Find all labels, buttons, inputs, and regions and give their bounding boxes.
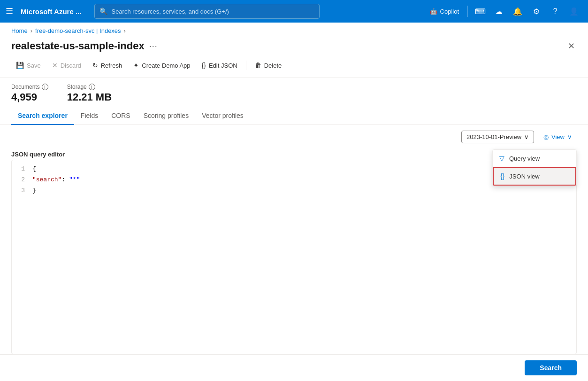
notification-icon-btn[interactable]: 🔔 <box>509 3 526 20</box>
bottom-bar: Search <box>0 354 588 381</box>
tab-search-explorer[interactable]: Search explorer <box>11 107 74 125</box>
settings-icon-btn[interactable]: ⚙ <box>528 3 545 20</box>
page-title-row: realestate-us-sample-index ··· <box>11 40 158 52</box>
tab-vector-profiles[interactable]: Vector profiles <box>195 107 250 125</box>
documents-stat: Documents i 4,959 <box>11 84 48 103</box>
json-view-option[interactable]: {} JSON view <box>493 167 576 186</box>
save-icon: 💾 <box>16 62 24 69</box>
storage-value: 12.21 MB <box>67 91 112 103</box>
tabs: Search explorer Fields CORS Scoring prof… <box>0 107 588 125</box>
page-title: realestate-us-sample-index <box>11 40 145 52</box>
discard-icon: ✕ <box>52 62 58 69</box>
json-view-label: JSON view <box>509 173 539 180</box>
json-editor[interactable]: 1 { 2 "search": "*" 3 } <box>11 160 577 354</box>
help-icon-btn[interactable]: ? <box>547 3 564 20</box>
edit-json-button[interactable]: {} Edit JSON <box>197 59 242 72</box>
global-search[interactable]: 🔍 <box>94 4 320 19</box>
storage-stat: Storage i 12.21 MB <box>67 84 112 103</box>
documents-label: Documents i <box>11 84 48 90</box>
refresh-icon: ↻ <box>92 62 98 69</box>
version-select[interactable]: 2023-10-01-Preview ∨ <box>461 131 534 143</box>
line-number-2: 2 <box>17 175 32 185</box>
search-icon: 🔍 <box>99 8 107 15</box>
copilot-icon: 🤖 <box>430 8 437 15</box>
view-chevron-icon: ∨ <box>567 133 572 140</box>
save-button[interactable]: 💾 Save <box>11 59 46 72</box>
app-title: Microsoft Azure ... <box>21 8 81 16</box>
topbar-divider-1 <box>467 6 468 17</box>
help-icon: ? <box>553 7 557 16</box>
discard-button[interactable]: ✕ Discard <box>47 59 86 72</box>
content-area: 2023-10-01-Preview ∨ ◎ View ∨ JSON query… <box>0 125 588 354</box>
json-key: "search" <box>32 176 61 183</box>
chevron-down-icon: ∨ <box>524 133 529 140</box>
topbar: ☰ Microsoft Azure ... 🔍 🤖 Copilot ⌨ ☁ 🔔 … <box>0 0 588 23</box>
line-content-1: { <box>32 164 36 174</box>
gear-icon: ⚙ <box>533 7 540 16</box>
view-label: View <box>551 133 565 140</box>
copilot-label: Copilot <box>440 8 459 15</box>
documents-value: 4,959 <box>11 91 48 103</box>
page-more-button[interactable]: ··· <box>149 41 158 51</box>
view-button[interactable]: ◎ View ∨ <box>539 131 577 143</box>
documents-info-icon[interactable]: i <box>42 84 48 90</box>
page-header: realestate-us-sample-index ··· ✕ <box>0 37 588 53</box>
stats-row: Documents i 4,959 Storage i 12.21 MB <box>0 78 588 107</box>
close-button[interactable]: ✕ <box>566 39 577 53</box>
user-icon: 👤 <box>569 7 579 16</box>
breadcrumb-sep-2: › <box>124 27 126 34</box>
edit-json-icon: {} <box>202 62 206 69</box>
filter-icon: ▽ <box>499 155 504 162</box>
cloud-shell-icon: ☁ <box>495 7 503 16</box>
bell-icon: 🔔 <box>513 7 522 16</box>
tab-scoring-profiles[interactable]: Scoring profiles <box>137 107 196 125</box>
create-demo-icon: ✦ <box>133 62 139 69</box>
topbar-icons: 🤖 Copilot ⌨ ☁ 🔔 ⚙ ? 👤 <box>425 3 582 20</box>
storage-info-icon[interactable]: i <box>89 84 95 90</box>
search-button[interactable]: Search <box>525 360 577 375</box>
storage-label: Storage i <box>67 84 112 90</box>
breadcrumb-service[interactable]: free-demo-search-svc | Indexes <box>35 27 121 34</box>
version-row: 2023-10-01-Preview ∨ ◎ View ∨ <box>0 125 588 147</box>
query-view-option[interactable]: ▽ Query view <box>493 150 576 167</box>
editor-line-3: 3 } <box>12 186 576 196</box>
line-number-1: 1 <box>17 164 32 174</box>
query-view-label: Query view <box>509 155 540 162</box>
line-content-3: } <box>32 186 36 196</box>
tab-fields[interactable]: Fields <box>74 107 105 125</box>
json-value: "*" <box>69 176 80 183</box>
delete-icon: 🗑 <box>255 62 261 69</box>
view-dropdown-popup: ▽ Query view {} JSON view <box>492 149 577 186</box>
line-content-2: "search": "*" <box>32 175 80 185</box>
toolbar: 💾 Save ✕ Discard ↻ Refresh ✦ Create Demo… <box>0 53 588 78</box>
cloud-icon-btn[interactable]: ☁ <box>490 3 507 20</box>
user-icon-btn[interactable]: 👤 <box>565 3 582 20</box>
editor-line-2: 2 "search": "*" <box>12 175 576 186</box>
menu-icon[interactable]: ☰ <box>6 6 13 16</box>
breadcrumb: Home › free-demo-search-svc | Indexes › <box>0 23 588 37</box>
terminal-icon-btn[interactable]: ⌨ <box>472 3 489 20</box>
braces-icon: {} <box>500 172 504 180</box>
breadcrumb-sep-1: › <box>31 27 32 34</box>
editor-content: 1 { 2 "search": "*" 3 } <box>12 160 576 200</box>
version-value: 2023-10-01-Preview <box>466 133 521 140</box>
toolbar-divider <box>246 61 246 70</box>
tab-cors[interactable]: CORS <box>105 107 137 125</box>
search-input[interactable] <box>111 8 314 15</box>
view-icon: ◎ <box>543 133 549 140</box>
line-number-3: 3 <box>17 186 32 196</box>
terminal-icon: ⌨ <box>475 7 486 16</box>
copilot-button[interactable]: 🤖 Copilot <box>425 6 464 17</box>
create-demo-app-button[interactable]: ✦ Create Demo App <box>129 59 195 72</box>
refresh-button[interactable]: ↻ Refresh <box>88 59 127 72</box>
breadcrumb-home[interactable]: Home <box>11 27 28 34</box>
delete-button[interactable]: 🗑 Delete <box>250 59 287 72</box>
editor-line-1: 1 { <box>12 164 576 175</box>
main-container: Home › free-demo-search-svc | Indexes › … <box>0 23 588 381</box>
